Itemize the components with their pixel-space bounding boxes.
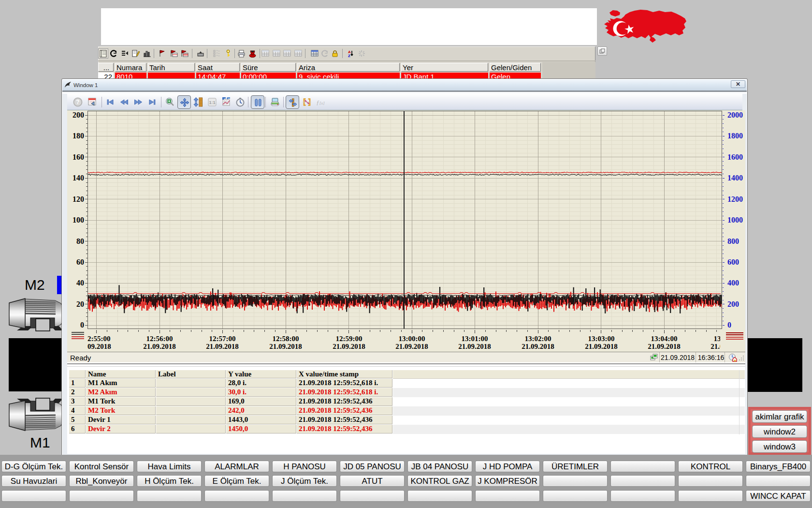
svg-text:ƒ[x]: ƒ[x] [316,99,325,106]
svg-text:?: ? [76,99,79,105]
svg-text:1:1: 1:1 [209,100,215,105]
svg-text:Z: Z [348,54,350,58]
